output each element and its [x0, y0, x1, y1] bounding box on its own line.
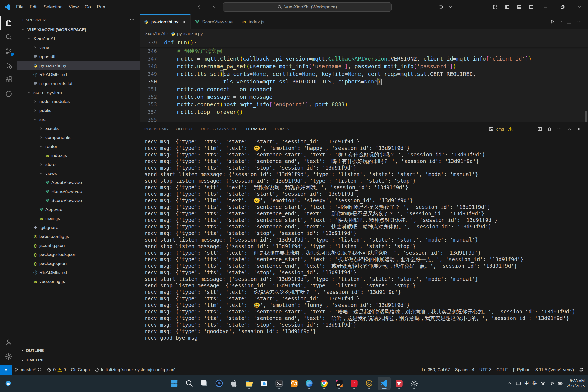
- touch-keyboard-icon[interactable]: [516, 381, 521, 386]
- activity-explorer[interactable]: [0, 16, 17, 30]
- run-python-file-icon[interactable]: [548, 17, 557, 27]
- toggle-secondary-sidebar-icon[interactable]: [525, 0, 537, 14]
- tree-item-node-modules[interactable]: node_modules: [17, 97, 140, 106]
- editor-scrollbar[interactable]: [585, 111, 587, 122]
- activity-run-debug[interactable]: [0, 58, 17, 73]
- tree-item-.gitignore[interactable]: .gitignore: [17, 223, 140, 232]
- tree-item-package-lock.json[interactable]: {}package-lock.json: [17, 250, 140, 259]
- tree-item-assets[interactable]: assets: [17, 124, 140, 133]
- taskbar-start-icon[interactable]: [168, 377, 181, 390]
- menu-view[interactable]: View: [66, 3, 82, 11]
- encoding[interactable]: UTF-8: [477, 365, 494, 375]
- sidebar-panel-timeline[interactable]: TIMELINE: [17, 355, 140, 365]
- tree-item-aboutview.vue[interactable]: AboutView.vue: [17, 178, 140, 187]
- taskbar-netease-music-icon[interactable]: ♪: [348, 377, 361, 390]
- tab-index.js[interactable]: JSindex.js: [237, 14, 269, 29]
- tree-item-public[interactable]: public: [17, 106, 140, 115]
- wifi-icon[interactable]: [540, 381, 545, 386]
- taskbar-app-orange-icon[interactable]: [288, 377, 301, 390]
- taskbar-edge-icon[interactable]: [303, 377, 316, 390]
- tab-py-xiaozhi.py[interactable]: py-xiaozhi.py: [140, 14, 191, 29]
- taskbar-copilot-icon[interactable]: [213, 377, 226, 390]
- notifications-bell-icon[interactable]: [576, 365, 586, 375]
- toggle-sidebar-icon[interactable]: [501, 0, 513, 14]
- menu-go[interactable]: Go: [82, 3, 94, 11]
- volume-icon[interactable]: [549, 381, 554, 386]
- minimize-button[interactable]: [537, 0, 554, 14]
- tray-chevron-up-icon[interactable]: [507, 381, 512, 386]
- activity-search[interactable]: [0, 30, 17, 44]
- activity-extension-ring[interactable]: [0, 87, 17, 101]
- taskbar-settings-icon[interactable]: [408, 377, 421, 390]
- panel-tab-ports[interactable]: PORTS: [275, 122, 289, 135]
- tree-item-babel.config.js[interactable]: Bbabel.config.js: [17, 232, 140, 241]
- copilot-chevron-icon[interactable]: [447, 0, 454, 14]
- menu-more[interactable]: ⋯: [108, 3, 119, 11]
- taskbar-apple-icon[interactable]: [228, 377, 241, 390]
- branch-status[interactable]: master*: [12, 365, 44, 375]
- activity-account[interactable]: [0, 335, 17, 349]
- editor-more-icon[interactable]: [574, 17, 584, 27]
- tree-item-router[interactable]: router: [17, 142, 140, 151]
- indentation[interactable]: Spaces: 4: [453, 365, 477, 375]
- tree-item-requirements.txt[interactable]: requirements.txt: [17, 79, 140, 88]
- forward-icon[interactable]: [210, 4, 216, 10]
- tree-item-src[interactable]: src: [17, 115, 140, 124]
- activity-source-control[interactable]: [0, 44, 17, 58]
- code-editor[interactable]: 339def run():346 # 创建客户端实例347 mqttc = mq…: [140, 38, 588, 122]
- tree-item-readme.md[interactable]: README.md: [17, 268, 140, 277]
- new-terminal-icon[interactable]: [516, 125, 524, 133]
- back-icon[interactable]: [197, 4, 203, 10]
- taskbar-app-gold-icon[interactable]: [363, 377, 376, 390]
- ime-mode[interactable]: 拼: [532, 381, 537, 386]
- maximize-panel-icon[interactable]: [565, 125, 573, 133]
- tree-item-components[interactable]: components: [17, 133, 140, 142]
- tree-item-score-system[interactable]: score_system: [17, 88, 140, 97]
- git-graph[interactable]: Git Graph: [68, 365, 92, 375]
- problems-status[interactable]: 00: [44, 365, 68, 375]
- panel-tab-terminal[interactable]: TERMINAL: [246, 122, 267, 135]
- split-terminal-icon[interactable]: [536, 125, 544, 133]
- menu-file[interactable]: File: [13, 3, 26, 11]
- run-dropdown-icon[interactable]: [558, 17, 563, 27]
- tree-item-app.vue[interactable]: App.vue: [17, 205, 140, 214]
- panel-tab-output[interactable]: OUTPUT: [176, 122, 193, 135]
- breadcrumb[interactable]: XiaoZhi-AI›py-xiaozhi.py: [140, 29, 588, 38]
- remote-indicator[interactable]: [0, 365, 12, 375]
- customize-layout-icon[interactable]: [489, 0, 501, 14]
- panel-more-icon[interactable]: [555, 125, 563, 133]
- tree-item-store[interactable]: store: [17, 160, 140, 169]
- tree-item-homeview.vue[interactable]: HomeView.vue: [17, 187, 140, 196]
- kill-terminal-icon[interactable]: [545, 125, 554, 133]
- terminal-output[interactable]: recv msg: {'type': 'tts', 'state': 'star…: [140, 135, 588, 365]
- tree-item-index.js[interactable]: JSindex.js: [17, 151, 140, 160]
- taskbar-taskbar-search-icon[interactable]: [183, 377, 196, 390]
- tree-item-main.js[interactable]: JSmain.js: [17, 214, 140, 223]
- taskbar-app-red-icon[interactable]: [393, 377, 406, 390]
- tree-item-venv[interactable]: venv: [17, 43, 140, 52]
- menu-run[interactable]: Run: [94, 3, 108, 11]
- terminal-dropdown-icon[interactable]: [526, 125, 534, 133]
- explorer-more-icon[interactable]: [130, 17, 135, 22]
- tree-item-vue.config.js[interactable]: JSvue.config.js: [17, 277, 140, 286]
- close-tab-icon[interactable]: [182, 20, 186, 24]
- panel-tab-debug-console[interactable]: DEBUG CONSOLE: [201, 122, 238, 135]
- taskbar-terminal-icon[interactable]: [273, 377, 286, 390]
- tree-item-opus.dll[interactable]: opus.dll: [17, 52, 140, 61]
- ime-language[interactable]: 中: [524, 381, 529, 386]
- tree-item-scoreview.vue[interactable]: ScoreView.vue: [17, 196, 140, 205]
- tree-item-py-xiaozhi.py[interactable]: py-xiaozhi.py: [17, 61, 140, 70]
- split-editor-icon[interactable]: [564, 17, 574, 27]
- terminal-warning-icon[interactable]: [506, 125, 514, 133]
- python-interpreter[interactable]: 3.11.5 ('venv': venv): [533, 365, 576, 375]
- tree-item-readme.md[interactable]: README.md: [17, 70, 140, 79]
- taskbar-file-explorer-icon[interactable]: [243, 377, 256, 390]
- tab-scoreview.vue[interactable]: ScoreView.vue: [191, 14, 237, 29]
- breadcrumb-item-py-xiaozhi.py[interactable]: py-xiaozhi.py: [171, 31, 203, 36]
- tree-item-jsconfig.json[interactable]: {}jsconfig.json: [17, 241, 140, 250]
- taskbar-task-view-icon[interactable]: [198, 377, 211, 390]
- command-center-search[interactable]: Vue-XiaoZhi (Workspace): [223, 2, 392, 12]
- breadcrumb-item-xiaozhi-ai[interactable]: XiaoZhi-AI: [145, 31, 165, 36]
- toggle-panel-icon[interactable]: [513, 0, 525, 14]
- battery-icon[interactable]: [558, 381, 563, 386]
